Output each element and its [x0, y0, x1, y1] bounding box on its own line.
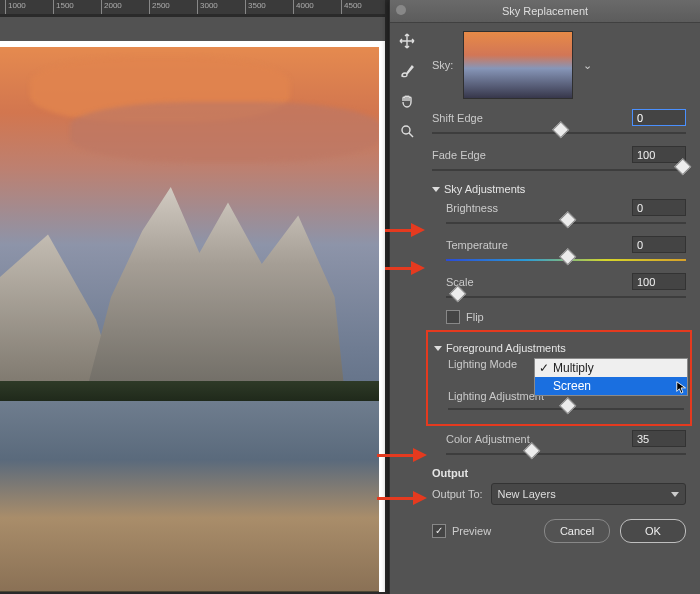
preview-label: Preview — [452, 525, 491, 537]
dialog-title: Sky Replacement — [502, 5, 588, 17]
temperature-input[interactable]: 0 — [632, 236, 686, 253]
zoom-tool-icon[interactable] — [399, 123, 415, 141]
chevron-down-icon[interactable]: ⌄ — [583, 59, 592, 72]
sky-label: Sky: — [432, 59, 453, 71]
lighting-adjustment-label: Lighting Adjustment — [448, 390, 544, 402]
document-ruler: 1000 1500 2000 2500 3000 3500 4000 4500 — [0, 0, 385, 14]
brightness-label: Brightness — [446, 202, 498, 214]
flip-label: Flip — [466, 311, 484, 323]
fade-edge-input[interactable]: 100 — [632, 146, 686, 163]
hand-tool-icon[interactable] — [399, 93, 415, 111]
cancel-button[interactable]: Cancel — [544, 519, 610, 543]
fade-edge-slider[interactable] — [432, 165, 686, 175]
lighting-mode-label: Lighting Mode — [448, 358, 517, 370]
annotation-highlight-box: Foreground Adjustments Lighting Mode ✓Mu… — [426, 330, 692, 426]
scale-label: Scale — [446, 276, 474, 288]
brightness-slider[interactable] — [446, 218, 686, 228]
lighting-adjustment-slider[interactable] — [448, 404, 684, 414]
dropdown-option-multiply[interactable]: ✓Multiply — [535, 359, 687, 377]
brush-tool-icon[interactable] — [399, 63, 415, 81]
brightness-input[interactable]: 0 — [632, 199, 686, 216]
chevron-down-icon — [434, 346, 442, 351]
dialog-titlebar[interactable]: Sky Replacement — [390, 0, 700, 23]
temperature-label: Temperature — [446, 239, 508, 251]
color-adjustment-input[interactable]: 35 — [632, 430, 686, 447]
chevron-down-icon — [432, 187, 440, 192]
lighting-mode-dropdown[interactable]: ✓Multiply Screen — [534, 358, 688, 396]
output-to-select[interactable]: New Layers — [491, 483, 686, 505]
preview-checkbox[interactable] — [432, 524, 446, 538]
sky-replacement-dialog: Sky Replacement Sky: ⌄ Shift Edge 0 — [389, 0, 700, 594]
sky-preset-thumbnail[interactable] — [463, 31, 573, 99]
output-to-label: Output To: — [432, 488, 483, 500]
temperature-slider[interactable] — [446, 255, 686, 265]
scale-slider[interactable] — [446, 292, 686, 302]
close-icon[interactable] — [396, 5, 406, 15]
shift-edge-label: Shift Edge — [432, 112, 483, 124]
flip-checkbox[interactable] — [446, 310, 460, 324]
shift-edge-slider[interactable] — [432, 128, 686, 138]
chevron-down-icon — [671, 492, 679, 497]
image-preview — [0, 41, 385, 592]
color-adjustment-label: Color Adjustment — [446, 433, 530, 445]
fade-edge-label: Fade Edge — [432, 149, 486, 161]
section-output[interactable]: Output — [432, 467, 686, 479]
section-sky-adjustments[interactable]: Sky Adjustments — [432, 183, 686, 195]
svg-point-0 — [402, 126, 410, 134]
scale-input[interactable]: 100 — [632, 273, 686, 290]
document-canvas[interactable] — [0, 17, 385, 592]
section-foreground-adjustments[interactable]: Foreground Adjustments — [434, 342, 684, 354]
dropdown-option-screen[interactable]: Screen — [535, 377, 687, 395]
move-tool-icon[interactable] — [399, 33, 415, 51]
color-adjustment-slider[interactable] — [446, 449, 686, 459]
shift-edge-input[interactable]: 0 — [632, 109, 686, 126]
cursor-icon — [675, 380, 689, 394]
ok-button[interactable]: OK — [620, 519, 686, 543]
